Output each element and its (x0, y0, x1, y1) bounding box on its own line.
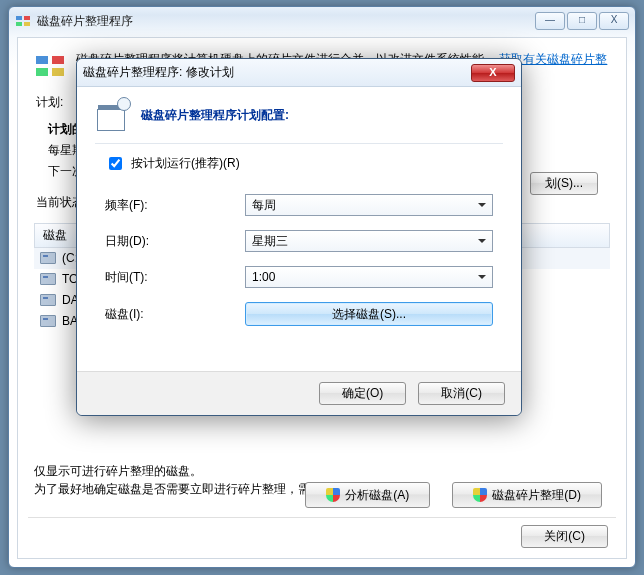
configure-schedule-button[interactable]: 划(S)... (530, 172, 598, 195)
note-line1: 仅显示可进行碎片整理的磁盘。 (34, 462, 610, 480)
select-disk-button[interactable]: 选择磁盘(S)... (245, 302, 493, 326)
disk-select-label: 磁盘(I): (105, 306, 245, 323)
day-value: 星期三 (252, 233, 288, 250)
disk-icon (40, 294, 56, 306)
close-main-button[interactable]: 关闭(C) (521, 525, 608, 548)
window-title: 磁盘碎片整理程序 (37, 13, 133, 30)
ok-button[interactable]: 确定(O) (319, 382, 406, 405)
frequency-value: 每周 (252, 197, 276, 214)
svg-rect-2 (16, 22, 22, 26)
modal-heading: 磁盘碎片整理程序计划配置: (141, 107, 289, 124)
svg-rect-7 (52, 68, 64, 76)
titlebar: 磁盘碎片整理程序 — □ X (9, 7, 635, 35)
calendar-clock-icon (97, 99, 129, 131)
day-combo[interactable]: 星期三 (245, 230, 493, 252)
disk-icon (40, 315, 56, 327)
footer-separator (28, 517, 616, 518)
modal-separator (95, 143, 503, 144)
disk-icon (40, 252, 56, 264)
defrag-button[interactable]: 磁盘碎片整理(D) (452, 482, 602, 508)
minimize-button[interactable]: — (535, 12, 565, 30)
analyze-button[interactable]: 分析磁盘(A) (305, 482, 430, 508)
modal-title: 磁盘碎片整理程序: 修改计划 (83, 64, 234, 81)
close-button[interactable]: X (599, 12, 629, 30)
run-scheduled-label: 按计划运行(推荐)(R) (131, 155, 240, 172)
disk-icon (40, 273, 56, 285)
defrag-icon (34, 50, 66, 82)
svg-rect-5 (52, 56, 64, 64)
modify-schedule-dialog: 磁盘碎片整理程序: 修改计划 X 磁盘碎片整理程序计划配置: 按计划运行(推荐)… (76, 58, 522, 416)
modal-titlebar: 磁盘碎片整理程序: 修改计划 X (77, 59, 521, 87)
svg-rect-4 (36, 56, 48, 64)
time-combo[interactable]: 1:00 (245, 266, 493, 288)
frequency-combo[interactable]: 每周 (245, 194, 493, 216)
time-label: 时间(T): (105, 269, 245, 286)
frequency-label: 频率(F): (105, 197, 245, 214)
cancel-button[interactable]: 取消(C) (418, 382, 505, 405)
modal-close-button[interactable]: X (471, 64, 515, 82)
day-label: 日期(D): (105, 233, 245, 250)
app-icon (15, 13, 31, 29)
time-value: 1:00 (252, 270, 275, 284)
maximize-button[interactable]: □ (567, 12, 597, 30)
svg-rect-3 (24, 22, 30, 26)
run-scheduled-checkbox[interactable] (109, 157, 122, 170)
svg-rect-0 (16, 16, 22, 20)
svg-rect-1 (24, 16, 30, 20)
svg-rect-6 (36, 68, 48, 76)
